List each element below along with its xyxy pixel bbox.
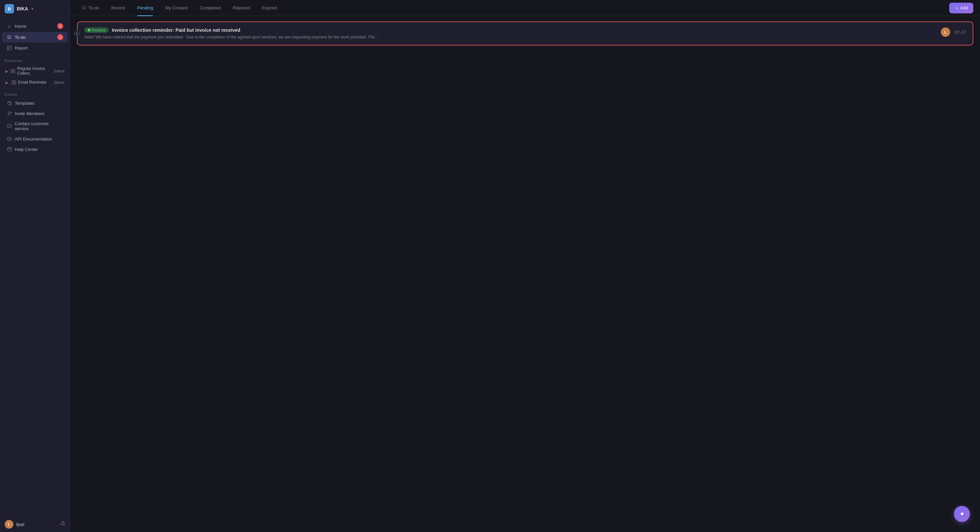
task-date: 07-17	[955, 30, 966, 35]
resource-count-1: 2piece	[54, 69, 65, 73]
fab-icon: ✦	[959, 510, 965, 518]
resources-label: Resources	[0, 56, 70, 64]
task-preview: Hello! We have noticed that the payment …	[84, 35, 936, 40]
svg-rect-8	[12, 80, 13, 82]
task-title: Invoice collection reminder: Paid but in…	[112, 27, 240, 33]
add-label: Add	[960, 5, 968, 10]
svg-rect-11	[14, 83, 16, 84]
tab-todo[interactable]: ☑ To-do	[77, 0, 105, 16]
sidebar-item-help-center[interactable]: Help Center	[2, 144, 68, 154]
tab-todo-label: To-do	[88, 5, 99, 10]
add-button[interactable]: ＋ Add	[949, 3, 973, 13]
task-card-right: L 07-17	[941, 27, 966, 37]
help-icon	[7, 146, 12, 152]
task-avatar: L	[941, 27, 950, 37]
sidebar-nav: ⌂ Home 1 ☑ To-do 1 Report Resources	[0, 18, 70, 516]
tab-rejected-label: Rejected	[233, 5, 250, 10]
tab-pending[interactable]: Pending	[132, 0, 159, 16]
resource-item-email-reminder[interactable]: ▶ Email Reminder 2piece	[2, 78, 68, 87]
sidebar-item-label-home: Home	[15, 24, 27, 29]
svg-rect-9	[14, 80, 16, 82]
task-card-header: Pending Invoice collection reminder: Pai…	[84, 27, 936, 33]
fab-button[interactable]: ✦	[954, 506, 970, 522]
sidebar-item-report[interactable]: Report	[2, 43, 68, 53]
svg-rect-5	[13, 69, 15, 71]
todo-badge: 1	[57, 34, 63, 40]
tab-pending-label: Pending	[137, 5, 153, 10]
sidebar-footer: L lijiali	[0, 516, 70, 532]
resource-item-regular-invoice[interactable]: ▶ Regular Invoice Collect... 2piece	[2, 64, 68, 78]
sidebar-item-label-invite: Invite Members	[15, 111, 45, 116]
divider-2	[0, 88, 70, 88]
tab-recent[interactable]: Recent	[106, 0, 130, 16]
user-name: lijiali	[16, 522, 24, 527]
tab-my-created[interactable]: My Created	[160, 0, 193, 16]
tab-expired-label: Expired	[262, 5, 277, 10]
sidebar-item-contact-customer[interactable]: Contact customer service	[2, 119, 68, 133]
tab-expired[interactable]: Expired	[257, 0, 282, 16]
tab-rejected[interactable]: Rejected	[228, 0, 255, 16]
report-icon	[7, 45, 12, 51]
api-icon	[7, 136, 12, 141]
pending-badge-label: Pending	[92, 28, 105, 32]
sidebar-item-todo[interactable]: ☑ To-do 1	[2, 32, 68, 43]
app-chevron[interactable]: ▾	[32, 7, 33, 11]
svg-rect-18	[7, 148, 11, 151]
pending-badge: Pending	[84, 27, 108, 33]
resource-count-2: 2piece	[54, 80, 65, 84]
templates-icon	[7, 100, 12, 106]
explore-label: Explore	[0, 90, 70, 98]
home-icon: ⌂	[7, 24, 12, 29]
add-icon: ＋	[955, 5, 959, 11]
tab-completed-label: Completed	[200, 5, 221, 10]
contact-icon	[7, 124, 12, 129]
tab-my-created-label: My Created	[165, 5, 188, 10]
svg-rect-6	[11, 71, 13, 73]
svg-point-22	[63, 522, 65, 523]
resource-label-2: Email Reminder	[18, 80, 46, 85]
svg-rect-15	[7, 124, 11, 127]
sidebar-item-invite-members[interactable]: Invite Members	[2, 108, 68, 118]
collapse-button[interactable]: ≡	[74, 30, 80, 37]
task-card[interactable]: ≡ Pending Invoice collection reminder: P…	[77, 21, 973, 46]
app-name: BIKA	[17, 6, 28, 11]
sidebar-header: B BIKA ▾	[0, 0, 70, 18]
chevron-icon-2: ▶	[5, 80, 10, 84]
todo-icon: ☑	[7, 35, 12, 40]
app-logo: B	[5, 4, 14, 13]
sidebar-item-api-docs[interactable]: API Documentation	[2, 134, 68, 144]
resource-label-1: Regular Invoice Collect...	[17, 66, 51, 76]
svg-point-17	[9, 138, 10, 140]
svg-rect-7	[13, 71, 15, 73]
user-avatar: L	[5, 520, 13, 529]
bell-icon[interactable]	[60, 521, 65, 528]
sidebar: B BIKA ▾ ⌂ Home 1 ☑ To-do 1	[0, 0, 70, 532]
resource-grid-icon-1	[10, 68, 15, 73]
svg-point-12	[8, 112, 10, 114]
tab-todo-icon: ☑	[82, 5, 86, 10]
tab-bar: ☑ To-do Recent Pending My Created Comple…	[70, 0, 980, 16]
sidebar-item-label-templates: Templates	[15, 101, 35, 106]
invite-icon	[7, 111, 12, 116]
sidebar-item-label-todo: To-do	[15, 35, 26, 40]
sidebar-item-label-report: Report	[15, 46, 28, 51]
svg-rect-10	[12, 83, 13, 84]
task-card-left: Pending Invoice collection reminder: Pai…	[84, 27, 936, 40]
svg-rect-4	[11, 69, 13, 71]
content-area: ≡ Pending Invoice collection reminder: P…	[70, 16, 980, 532]
svg-marker-16	[7, 137, 11, 141]
chevron-icon-1: ▶	[5, 69, 8, 73]
sidebar-item-label-contact: Contact customer service	[15, 121, 63, 131]
sidebar-item-label-help: Help Center	[15, 147, 38, 152]
tab-recent-label: Recent	[111, 5, 125, 10]
main-content: ☑ To-do Recent Pending My Created Comple…	[70, 0, 980, 532]
sidebar-item-home[interactable]: ⌂ Home 1	[2, 21, 68, 32]
pending-dot	[88, 29, 91, 32]
sidebar-item-templates[interactable]: Templates	[2, 98, 68, 108]
resource-grid-icon-2	[11, 80, 16, 85]
tab-completed[interactable]: Completed	[194, 0, 226, 16]
sidebar-item-label-api: API Documentation	[15, 137, 52, 141]
home-badge: 1	[57, 23, 63, 29]
